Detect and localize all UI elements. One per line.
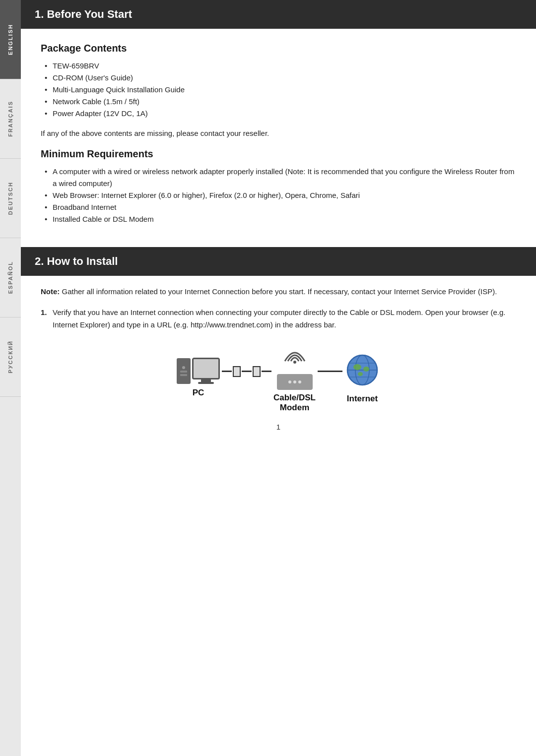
- section1-header-text: 1. Before You Start: [35, 8, 132, 20]
- sidebar-tab-deutsch[interactable]: DEUTSCH: [0, 159, 21, 238]
- list-item: Power Adapter (12V DC, 1A): [45, 108, 516, 120]
- modem-label-line1: Cable/DSL: [273, 393, 316, 402]
- svg-point-0: [293, 361, 296, 364]
- steps-list: 1. Verify that you have an Internet conn…: [41, 307, 516, 331]
- list-item: Network Cable (1.5m / 5ft): [45, 96, 516, 108]
- pc-tower-slot2: [180, 374, 187, 376]
- svg-point-9: [358, 372, 363, 376]
- section2-header-text: 2. How to Install: [35, 255, 118, 267]
- section2-content: Note: Gather all information related to …: [21, 276, 536, 449]
- section1-header: 1. Before You Start: [21, 0, 536, 29]
- sidebar-tab-label-english: ENGLISH: [7, 24, 13, 55]
- main-content: 1. Before You Start Package Contents TEW…: [21, 0, 536, 756]
- modem-dot2: [293, 380, 296, 383]
- page-number: 1: [41, 423, 516, 431]
- section1-content: Package Contents TEW-659BRV CD-ROM (User…: [21, 29, 536, 243]
- list-item: Web Browser: Internet Explorer (6.0 or h…: [45, 189, 516, 201]
- pc-tower-dot: [182, 366, 185, 369]
- list-item: Installed Cable or DSL Modem: [45, 213, 516, 225]
- sidebar: ENGLISH FRANÇAIS DEUTSCH ESPAÑOL РУССКИЙ: [0, 0, 21, 756]
- globe-icon: [344, 352, 380, 390]
- svg-point-8: [363, 367, 369, 372]
- modem-label-line2: Modem: [280, 403, 310, 412]
- sidebar-tab-label-francais: FRANÇAIS: [7, 101, 13, 137]
- diagram-pc: PC: [177, 358, 220, 398]
- list-item: TEW-659BRV: [45, 60, 516, 72]
- section2-note: Note: Gather all information related to …: [41, 286, 516, 298]
- connector-port2: [253, 366, 261, 377]
- pc-tower-slot: [180, 371, 187, 373]
- package-list: TEW-659BRV CD-ROM (User's Guide) Multi-L…: [45, 60, 516, 120]
- connector-line-mid: [242, 371, 252, 372]
- pc-tower-icon: [177, 358, 191, 384]
- sidebar-tab-label-russian: РУССКИЙ: [7, 340, 13, 373]
- modem-dot1: [288, 380, 291, 383]
- signal-waves-svg: [280, 343, 310, 367]
- min-req-list: A computer with a wired or wireless netw…: [45, 166, 516, 225]
- section2-note-bold: Note:: [41, 287, 60, 296]
- section2-header: 2. How to Install: [21, 247, 536, 276]
- connector-pc-modem: [222, 366, 271, 377]
- step-text: Verify that you have an Internet connect…: [53, 308, 505, 329]
- sidebar-tab-label-espanol: ESPAÑOL: [7, 261, 13, 294]
- modem-body: [277, 374, 313, 390]
- internet-label: Internet: [347, 394, 378, 404]
- svg-point-7: [353, 364, 361, 370]
- min-req-title: Minimum Requirements: [41, 148, 516, 160]
- sidebar-tab-english[interactable]: ENGLISH: [0, 0, 21, 79]
- sidebar-tab-espanol[interactable]: ESPAÑOL: [0, 238, 21, 317]
- globe-svg: [344, 352, 380, 388]
- pc-monitor: [192, 358, 220, 379]
- sidebar-tab-label-deutsch: DEUTSCH: [7, 182, 13, 215]
- connector-port1: [233, 366, 241, 377]
- package-contents-title: Package Contents: [41, 43, 516, 54]
- connector-line-right: [262, 371, 271, 372]
- network-diagram: PC: [41, 343, 516, 413]
- modem-label: Cable/DSL Modem: [273, 393, 316, 413]
- package-note: If any of the above contents are missing…: [41, 127, 516, 139]
- section2-note-text: Gather all information related to your I…: [60, 287, 497, 296]
- diagram-modem: Cable/DSL Modem: [273, 343, 316, 413]
- step-number: 1.: [41, 307, 47, 319]
- pc-monitor-wrap: [192, 358, 220, 384]
- modem-icon: [277, 343, 313, 390]
- connector-line-left: [222, 371, 232, 372]
- connector-modem-internet: [318, 371, 342, 372]
- list-item: CD-ROM (User's Guide): [45, 72, 516, 84]
- diagram-internet: Internet: [344, 352, 380, 404]
- list-item: A computer with a wired or wireless netw…: [45, 166, 516, 189]
- connector-line-long: [318, 371, 342, 372]
- sidebar-tab-russian[interactable]: РУССКИЙ: [0, 317, 21, 397]
- modem-dot3: [298, 380, 301, 383]
- pc-label: PC: [193, 388, 204, 398]
- list-item: Broadband Internet: [45, 201, 516, 213]
- sidebar-tab-francais[interactable]: FRANÇAIS: [0, 79, 21, 159]
- list-item: Multi-Language Quick Installation Guide: [45, 84, 516, 96]
- pc-icon: [177, 358, 220, 384]
- list-item: 1. Verify that you have an Internet conn…: [41, 307, 516, 331]
- pc-monitor-base: [198, 382, 214, 384]
